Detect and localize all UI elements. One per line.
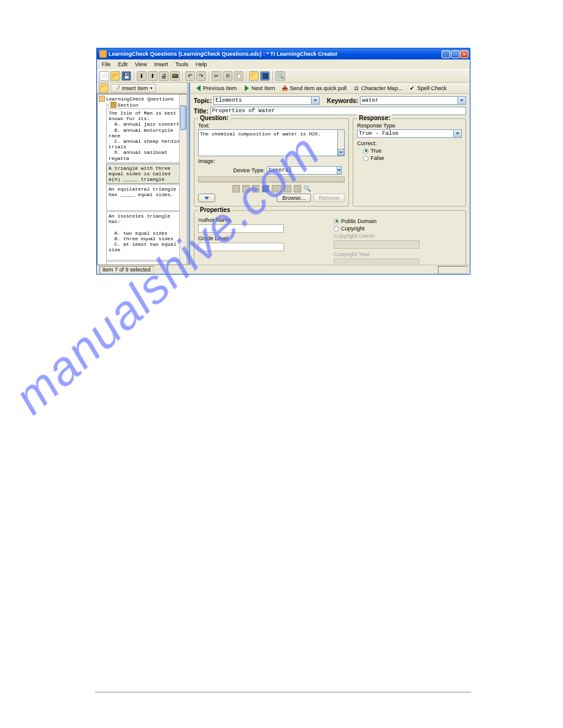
paste-icon[interactable]: 📋 <box>234 71 243 81</box>
response-type-select[interactable] <box>357 129 453 138</box>
tree-scrollbar[interactable] <box>179 94 186 264</box>
next-item-button[interactable]: Next Item <box>240 84 278 93</box>
send-icon: 📤 <box>282 85 289 92</box>
left-toolbar: 📁 📝 Insert Item ▾ <box>97 83 187 94</box>
open-icon[interactable]: 📂 <box>110 71 120 81</box>
question-item[interactable]: An isosceles triangle has: A. two equal … <box>106 211 185 260</box>
close-button[interactable]: × <box>460 50 469 58</box>
image-toolbar: 🔍 <box>198 185 345 192</box>
left-panel: 📁 📝 Insert Item ▾ LearningCheck Question… <box>97 83 188 265</box>
section-icon <box>110 102 117 108</box>
question-item[interactable]: A triangle with three equal sides is cal… <box>106 164 185 184</box>
question-tree[interactable]: LearningCheck Questions ⊟ Section The Is… <box>97 94 187 265</box>
main-toolbar: 📄 📂 💾 ⬇ ⬆ 🖨 📟 ↶ ↷ ✂ ⎘ 📋 📁 🖼 🔍 <box>97 69 470 83</box>
insert-item-button[interactable]: 📝 Insert Item ▾ <box>110 84 156 93</box>
app-window: LearningCheck Questions (LearningCheck Q… <box>96 48 470 275</box>
response-type-dropdown[interactable] <box>453 129 462 138</box>
device-type-dropdown[interactable] <box>337 166 342 175</box>
menu-view[interactable]: View <box>131 61 150 68</box>
title-input[interactable] <box>210 107 466 115</box>
device-type-select[interactable] <box>267 166 337 175</box>
question-item[interactable]: The Isle of Man is best known for its: A… <box>106 108 185 163</box>
img-tool-2-icon[interactable] <box>242 185 250 192</box>
text-scroll-down[interactable] <box>338 149 344 156</box>
send-quick-poll-button[interactable]: 📤 Send item as quick poll <box>279 84 350 93</box>
image-preview <box>198 176 345 183</box>
arrow-left-icon <box>194 85 202 92</box>
radio-icon <box>363 156 369 161</box>
image-options-dropdown[interactable] <box>198 194 215 202</box>
device-type-label: Device Type: <box>233 167 265 173</box>
question-item[interactable]: An equilateral triangle has _____ equal … <box>106 184 185 211</box>
radio-public-domain[interactable]: Public Domain <box>334 218 462 224</box>
keywords-input[interactable] <box>360 96 458 105</box>
scroll-thumb[interactable] <box>180 105 186 130</box>
topic-dropdown-button[interactable] <box>311 96 320 105</box>
radio-false[interactable]: False <box>363 155 462 161</box>
image-label: Image: <box>198 158 345 164</box>
copyright-year-input <box>334 259 419 265</box>
menu-tools[interactable]: Tools <box>172 61 192 68</box>
img-tool-7-icon[interactable] <box>294 185 301 192</box>
img-tool-4-icon[interactable] <box>262 185 269 192</box>
copyright-year-label: Copyright Year <box>334 251 462 257</box>
menu-file[interactable]: File <box>98 61 115 68</box>
question-item[interactable]: What is the longest side of a right tria… <box>106 261 185 265</box>
new-icon[interactable]: 📄 <box>99 71 109 81</box>
tree-nav-icon[interactable]: 📁 <box>99 83 109 93</box>
redo-icon[interactable]: ↷ <box>196 71 206 81</box>
copyright-owner-label: Copyright Owner <box>334 233 462 239</box>
author-name-input[interactable] <box>198 224 284 233</box>
response-legend: Response: <box>357 115 392 121</box>
folder-icon[interactable]: 📁 <box>249 71 259 81</box>
title-label: Title: <box>194 108 209 115</box>
menu-edit[interactable]: Edit <box>115 61 132 68</box>
grade-level-input[interactable] <box>198 243 284 251</box>
img-tool-6-icon[interactable] <box>284 185 291 192</box>
menu-help[interactable]: Help <box>192 61 211 68</box>
img-tool-5-icon[interactable] <box>272 185 282 192</box>
keywords-label: Keywords: <box>327 97 358 104</box>
upload-icon[interactable]: ⬆ <box>148 71 158 81</box>
print-icon[interactable]: 🖨 <box>159 71 169 81</box>
copyright-owner-input <box>334 240 419 249</box>
img-tool-1-icon[interactable] <box>232 185 240 192</box>
preview-icon[interactable]: 🔍 <box>275 71 285 81</box>
undo-icon[interactable]: ↶ <box>185 71 195 81</box>
radio-true[interactable]: True <box>363 148 462 154</box>
save-icon[interactable]: 💾 <box>121 71 131 81</box>
minimize-button[interactable]: _ <box>442 50 450 58</box>
status-text: Item 7 of 9 selected <box>99 266 154 274</box>
download-icon[interactable]: ⬇ <box>137 71 147 81</box>
maximize-button[interactable]: □ <box>451 50 459 58</box>
character-map-button[interactable]: Ω Character Map... <box>350 84 405 93</box>
question-legend: Question: <box>198 115 231 121</box>
tree-section[interactable]: ⊟ Section <box>98 102 186 108</box>
img-tool-3-icon[interactable] <box>252 185 259 192</box>
right-toolbar: Previous Item Next Item 📤 Send item as q… <box>190 83 470 94</box>
response-panel: Response: Response Type Correct: True <box>353 118 466 207</box>
keywords-dropdown-button[interactable] <box>458 96 466 105</box>
spell-check-button[interactable]: ✔ Spell Check <box>406 84 449 93</box>
image-icon[interactable]: 🖼 <box>260 71 270 81</box>
radio-copyright[interactable]: Copyright <box>334 226 462 232</box>
menubar: File Edit View Insert Tools Help <box>97 59 470 69</box>
arrow-right-icon <box>243 85 250 92</box>
tree-root[interactable]: LearningCheck Questions <box>98 94 186 102</box>
radio-icon <box>334 226 339 232</box>
img-tool-8-icon[interactable]: 🔍 <box>304 185 311 192</box>
author-name-label: Author Name <box>198 217 326 223</box>
topic-input[interactable] <box>213 96 311 105</box>
browse-button[interactable]: Browse... <box>277 194 311 202</box>
device-icon[interactable]: 📟 <box>170 71 180 81</box>
question-panel: Question: Text: Image: Device Type: <box>194 118 349 207</box>
cut-icon[interactable]: ✂ <box>212 71 221 81</box>
insert-item-icon: 📝 <box>113 85 120 91</box>
question-text-input[interactable] <box>198 129 338 156</box>
menu-insert[interactable]: Insert <box>150 61 172 68</box>
grade-level-label: Grade Level <box>198 235 326 241</box>
copy-icon[interactable]: ⎘ <box>223 71 232 81</box>
charmap-icon: Ω <box>353 85 360 92</box>
app-icon <box>99 50 107 58</box>
previous-item-button[interactable]: Previous Item <box>192 84 239 93</box>
